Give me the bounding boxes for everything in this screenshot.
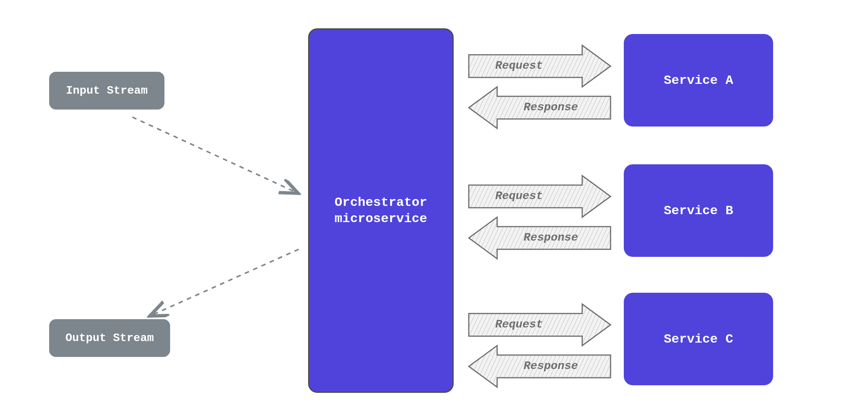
node-service-b: Service B [624, 164, 773, 257]
node-label: Output Stream [65, 332, 154, 344]
node-label-line2: microservice [335, 211, 427, 227]
connection-orchestrator-to-output [151, 249, 299, 315]
node-service-a: Service A [624, 34, 773, 127]
node-label: Service A [664, 73, 733, 88]
node-label-line1: Orchestrator [335, 195, 427, 211]
node-label: Service B [664, 204, 733, 218]
node-label: Input Stream [66, 84, 147, 97]
arrow-label-request-c: Request [495, 318, 543, 331]
arrow-label-response-a: Response [524, 101, 578, 114]
arrow-label-response-c: Response [524, 360, 578, 372]
node-input-stream: Input Stream [49, 72, 164, 110]
arrow-label-request-a: Request [495, 59, 543, 72]
node-output-stream: Output Stream [49, 319, 170, 357]
arrow-label-request-b: Request [495, 190, 543, 202]
node-label: Service C [664, 332, 733, 346]
node-service-c: Service C [624, 293, 773, 385]
node-orchestrator: Orchestrator microservice [308, 28, 454, 393]
arrow-label-response-b: Response [524, 231, 578, 244]
connection-input-to-orchestrator [132, 117, 297, 193]
